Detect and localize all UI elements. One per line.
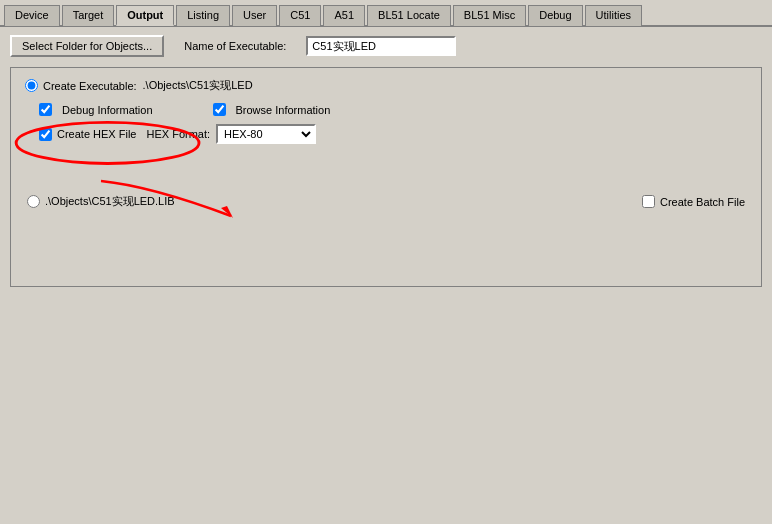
top-row: Select Folder for Objects... Name of Exe… bbox=[10, 35, 762, 57]
debug-info-checkbox[interactable] bbox=[39, 103, 52, 116]
create-batch-checkbox[interactable] bbox=[642, 195, 655, 208]
create-batch-label: Create Batch File bbox=[660, 196, 745, 208]
tab-listing[interactable]: Listing bbox=[176, 5, 230, 26]
tab-debug[interactable]: Debug bbox=[528, 5, 582, 26]
bottom-options-row: .\Objects\C51实现LED.LIB Create Batch File bbox=[25, 194, 747, 209]
lib-radio-row: .\Objects\C51实现LED.LIB bbox=[27, 194, 175, 209]
create-hex-checkbox[interactable] bbox=[39, 128, 52, 141]
debug-item: Debug Information bbox=[39, 103, 153, 116]
lib-path-label: .\Objects\C51实现LED.LIB bbox=[45, 194, 175, 209]
main-content: Select Folder for Objects... Name of Exe… bbox=[0, 27, 772, 301]
create-batch-row: Create Batch File bbox=[642, 195, 745, 208]
tab-user[interactable]: User bbox=[232, 5, 277, 26]
tab-utilities[interactable]: Utilities bbox=[585, 5, 642, 26]
debug-info-label: Debug Information bbox=[62, 104, 153, 116]
lib-radio[interactable] bbox=[27, 195, 40, 208]
name-exe-input[interactable] bbox=[306, 36, 456, 56]
tab-bl51-misc[interactable]: BL51 Misc bbox=[453, 5, 526, 26]
annotation-ellipse bbox=[7, 116, 207, 171]
tab-bl51-locate[interactable]: BL51 Locate bbox=[367, 5, 451, 26]
select-folder-button[interactable]: Select Folder for Objects... bbox=[10, 35, 164, 57]
create-exe-row: Create Executable: .\Objects\C51实现LED bbox=[25, 78, 747, 93]
hex-format-label: HEX Format: bbox=[146, 128, 210, 140]
tab-output[interactable]: Output bbox=[116, 5, 174, 26]
create-hex-label: Create HEX File bbox=[57, 128, 136, 140]
browse-item: Browse Information bbox=[213, 103, 331, 116]
create-exe-radio[interactable] bbox=[25, 79, 38, 92]
tab-a51[interactable]: A51 bbox=[323, 5, 365, 26]
hex-format-select[interactable]: HEX-80 HEX-386 bbox=[216, 124, 316, 144]
browse-info-label: Browse Information bbox=[236, 104, 331, 116]
tab-c51[interactable]: C51 bbox=[279, 5, 321, 26]
create-exe-label: Create Executable: bbox=[43, 80, 137, 92]
browse-info-checkbox[interactable] bbox=[213, 103, 226, 116]
tab-device[interactable]: Device bbox=[4, 5, 60, 26]
name-exe-label: Name of Executable: bbox=[184, 40, 286, 52]
tab-target[interactable]: Target bbox=[62, 5, 115, 26]
debug-browse-row: Debug Information Browse Information bbox=[25, 103, 747, 116]
create-exe-path: .\Objects\C51实现LED bbox=[143, 78, 253, 93]
hex-file-row: Create HEX File HEX Format: HEX-80 HEX-3… bbox=[25, 124, 747, 144]
group-box: Create Executable: .\Objects\C51实现LED De… bbox=[10, 67, 762, 287]
tab-bar: Device Target Output Listing User C51 A5… bbox=[0, 0, 772, 27]
